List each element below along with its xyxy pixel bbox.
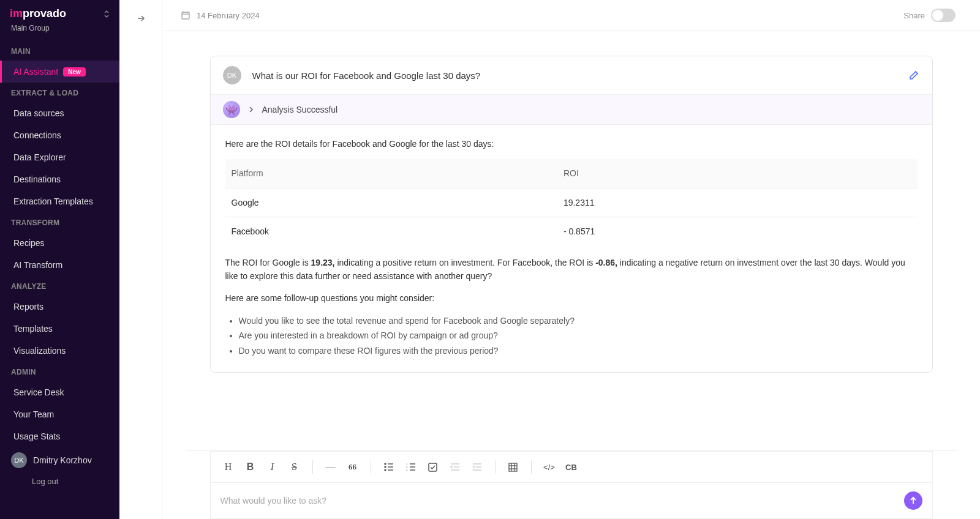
- share-toggle[interactable]: [931, 9, 956, 22]
- indent-button[interactable]: [468, 458, 486, 476]
- user-row[interactable]: DK Dmitry Korzhov: [0, 447, 119, 473]
- sidebar-item-data-explorer[interactable]: Data Explorer: [0, 146, 119, 168]
- user-name: Dmitry Korzhov: [33, 455, 92, 465]
- sidebar-item-destinations[interactable]: Destinations: [0, 168, 119, 190]
- list-item: Do you want to compare these ROI figures…: [239, 344, 918, 357]
- sidebar-item-extraction-templates[interactable]: Extraction Templates: [0, 190, 119, 212]
- collapsed-panel: [119, 0, 162, 519]
- list-item: Would you like to see the total revenue …: [239, 314, 918, 327]
- topbar: 14 February 2024 Share: [162, 0, 980, 31]
- svg-point-4: [385, 463, 386, 465]
- date-label: 14 February 2024: [197, 11, 260, 20]
- sidebar-item-recipes[interactable]: Recipes: [0, 232, 119, 254]
- sidebar-item-visualizations[interactable]: Visualizations: [0, 340, 119, 362]
- roi-table: Platform ROI Google 19.2311 Facebook - 0…: [225, 159, 918, 245]
- sidebar-item-templates[interactable]: Templates: [0, 318, 119, 340]
- bullet-list-button[interactable]: [380, 458, 398, 476]
- code-button[interactable]: </>: [540, 458, 559, 476]
- table-row: Google 19.2311: [225, 188, 918, 217]
- svg-rect-0: [182, 12, 189, 19]
- section-admin: ADMIN: [0, 362, 119, 381]
- composer: H B I S — 66 123: [186, 450, 957, 519]
- main-area: 14 February 2024 Share DK What is our RO…: [162, 0, 980, 519]
- send-button[interactable]: [904, 491, 922, 510]
- logout-link[interactable]: Log out: [0, 473, 119, 486]
- answer-intro: Here are the ROI details for Facebook an…: [225, 137, 918, 151]
- sidebar-item-ai-transform[interactable]: AI Transform: [0, 254, 119, 276]
- svg-rect-16: [429, 463, 437, 471]
- svg-point-8: [385, 469, 386, 471]
- codeblock-button[interactable]: CB: [562, 458, 581, 476]
- assistant-answer: Here are the ROI details for Facebook an…: [211, 125, 932, 372]
- sidebar-item-usage-stats[interactable]: Usage Stats: [0, 425, 119, 447]
- table-header-roi: ROI: [557, 159, 918, 188]
- bold-button[interactable]: B: [241, 458, 260, 476]
- quote-button[interactable]: 66: [344, 458, 362, 476]
- analysis-status-bar[interactable]: 👾 Analysis Successful: [211, 94, 932, 125]
- table-row: Facebook - 0.8571: [225, 217, 918, 246]
- avatar: DK: [223, 66, 241, 84]
- expand-panel-icon[interactable]: [136, 13, 146, 23]
- section-extract: EXTRACT & LOAD: [0, 83, 119, 102]
- heading-button[interactable]: H: [219, 458, 238, 476]
- chevron-right-icon: [249, 106, 254, 113]
- sidebar-item-your-team[interactable]: Your Team: [0, 403, 119, 425]
- section-main: MAIN: [0, 41, 119, 61]
- edit-icon[interactable]: [909, 70, 919, 80]
- chat-card: DK What is our ROI for Facebook and Goog…: [210, 56, 933, 373]
- sidebar-item-connections[interactable]: Connections: [0, 124, 119, 146]
- editor-toolbar: H B I S — 66 123: [210, 451, 933, 482]
- section-transform: TRANSFORM: [0, 212, 119, 232]
- status-text: Analysis Successful: [262, 105, 338, 114]
- table-button[interactable]: [504, 458, 522, 476]
- hr-button[interactable]: —: [322, 458, 340, 476]
- answer-summary: The ROI for Google is 19.23, indicating …: [225, 256, 918, 283]
- sidebar-item-data-sources[interactable]: Data sources: [0, 102, 119, 124]
- user-question: What is our ROI for Facebook and Google …: [252, 70, 481, 81]
- sidebar: improvado Main Group MAIN AI Assistant N…: [0, 0, 119, 519]
- svg-text:3: 3: [406, 469, 408, 471]
- sidebar-item-reports[interactable]: Reports: [0, 296, 119, 318]
- outdent-button[interactable]: [446, 458, 464, 476]
- group-switch-icon[interactable]: [104, 10, 110, 18]
- share-label: Share: [903, 11, 925, 20]
- sidebar-item-service-desk[interactable]: Service Desk: [0, 381, 119, 403]
- calendar-icon: [181, 10, 190, 20]
- followup-list: Would you like to see the total revenue …: [225, 314, 918, 357]
- sidebar-item-ai-assistant[interactable]: AI Assistant New: [0, 61, 119, 83]
- avatar: DK: [11, 452, 27, 468]
- assistant-avatar-icon: 👾: [223, 101, 240, 118]
- user-question-row: DK What is our ROI for Facebook and Goog…: [211, 56, 932, 94]
- checklist-button[interactable]: [424, 458, 442, 476]
- strike-button[interactable]: S: [285, 458, 304, 476]
- section-analyze: ANALYZE: [0, 276, 119, 296]
- ordered-list-button[interactable]: 123: [402, 458, 420, 476]
- table-header-platform: Platform: [225, 159, 557, 188]
- followup-intro: Here are some follow-up questions you mi…: [225, 291, 918, 305]
- prompt-input[interactable]: [221, 496, 904, 506]
- brand-logo: improvado: [10, 7, 66, 20]
- list-item: Are you interested in a breakdown of ROI…: [239, 329, 918, 342]
- italic-button[interactable]: I: [263, 458, 282, 476]
- group-label[interactable]: Main Group: [0, 24, 119, 41]
- svg-point-6: [385, 466, 386, 468]
- svg-rect-23: [509, 463, 517, 471]
- new-badge: New: [63, 67, 86, 77]
